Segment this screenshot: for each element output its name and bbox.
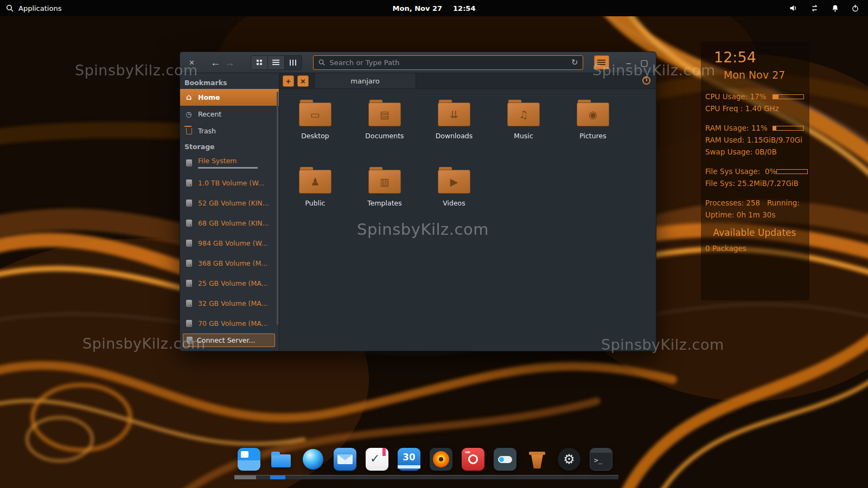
templates-emblem-icon: ▥	[380, 177, 390, 187]
column-view-button[interactable]	[285, 56, 302, 69]
refresh-icon[interactable]: ↻	[571, 57, 578, 67]
conky-cpu-usage: CPU Usage: 17%	[705, 91, 804, 102]
volume-icon[interactable]	[789, 4, 798, 12]
grid-view-icon	[257, 60, 259, 62]
sidebar-item-volume-4[interactable]: 984 GB Volume (W...	[180, 233, 279, 253]
minimize-button[interactable]: –	[622, 59, 635, 67]
sidebar-item-label: Trash	[198, 127, 216, 135]
path-search-bar[interactable]: ↻	[313, 55, 583, 70]
folder-documents[interactable]: ▤ Documents	[354, 100, 415, 167]
music-player-icon[interactable]	[430, 448, 452, 471]
sidebar-item-volume-3[interactable]: 68 GB Volume (KIN...	[180, 213, 279, 233]
public-emblem-icon: ♟	[310, 177, 320, 187]
tasks-icon[interactable]: ✓	[366, 448, 388, 471]
volume-label: 68 GB Volume (KIN...	[198, 219, 269, 227]
conky-swap: Swap Usage: 0B/0B	[705, 146, 804, 158]
screenshot-icon[interactable]	[462, 448, 484, 471]
panel-indicators	[789, 4, 868, 12]
volume-label: 984 GB Volume (W...	[198, 239, 267, 247]
folder-icon: ▥	[368, 167, 401, 194]
cpu-usage-bar	[773, 94, 804, 99]
gear-icon: ⚙	[563, 453, 575, 466]
desktop: Applications Mon, Nov 27 12:54	[0, 0, 868, 488]
sidebar-item-volume-8[interactable]: 70 GB Volume (MA...	[180, 313, 279, 333]
sidebar-item-recent[interactable]: ◷ Recent	[180, 106, 279, 123]
hidden-window-edge[interactable]	[234, 475, 618, 479]
menu-button[interactable]	[594, 55, 610, 69]
panel-time: 12:54	[453, 4, 475, 12]
volume-label: 368 GB Volume (M...	[198, 259, 267, 267]
calendar-day: 30	[398, 452, 420, 463]
home-icon: ⌂	[184, 93, 193, 101]
network-icon[interactable]	[810, 4, 819, 12]
folder-icon: ♟	[299, 167, 331, 194]
sidebar-item-filesystem[interactable]: File System	[180, 153, 279, 173]
notifications-icon[interactable]	[831, 4, 839, 12]
titlebar[interactable]: × ← → ↻ – ▢	[180, 52, 656, 73]
conky-updates-count: 0 Packages	[705, 242, 804, 254]
close-tab-button[interactable]: ×	[297, 75, 309, 87]
folder-downloads[interactable]: ⇊ Downloads	[424, 100, 484, 167]
window-close-button[interactable]: ×	[186, 58, 198, 67]
calendar-icon[interactable]: 30	[398, 448, 420, 471]
folder-label: Documents	[365, 132, 404, 140]
folder-desktop[interactable]: ▭ Desktop	[285, 100, 346, 167]
panel-date: Mon, Nov 27	[393, 4, 443, 12]
sidebar-item-home[interactable]: ⌂ Home	[180, 89, 279, 106]
icon-view-button[interactable]	[251, 56, 268, 69]
music-emblem-icon: ♫	[519, 110, 528, 120]
sidebar-item-trash[interactable]: Trash	[180, 123, 279, 139]
folder-videos[interactable]: ▶ Videos	[424, 167, 484, 234]
folder-label: Desktop	[301, 132, 329, 140]
settings-icon[interactable]: ⚙	[558, 448, 580, 471]
maximize-button[interactable]: ▢	[638, 59, 650, 67]
folder-icon: ▭	[299, 100, 331, 127]
folder-app-icon[interactable]	[270, 448, 292, 471]
folder-templates[interactable]: ▥ Templates	[354, 167, 415, 234]
sidebar-item-volume-1[interactable]: 1.0 TB Volume (W...	[180, 173, 279, 193]
terminal-icon[interactable]: >_	[590, 448, 612, 471]
sidebar-item-volume-6[interactable]: 25 GB Volume (MA...	[180, 273, 279, 293]
sidebar-item-label: Home	[198, 93, 220, 101]
trash-dock-icon[interactable]	[526, 448, 548, 471]
drive-icon	[186, 179, 192, 187]
mail-icon[interactable]	[334, 448, 356, 471]
panel-clock[interactable]: Mon, Nov 27 12:54	[393, 4, 476, 12]
conky-ram-used: RAM Used: 1.15GiB/9.70Gi	[705, 134, 804, 146]
sidebar-item-label: Recent	[198, 110, 221, 118]
downloads-emblem-icon: ⇊	[450, 110, 458, 120]
sidebar-item-volume-7[interactable]: 32 GB Volume (MA...	[180, 293, 279, 313]
bookmarks-header: Bookmarks	[180, 75, 279, 89]
folder-music[interactable]: ♫ Music	[493, 100, 554, 167]
folder-label: Templates	[367, 199, 402, 207]
conky-fs: File Sys: 25.2MiB/7.27GiB	[705, 177, 804, 189]
connect-server-button[interactable]: Connect Server...	[183, 333, 275, 347]
toggle-app-icon[interactable]	[494, 448, 516, 471]
tab-manjaro[interactable]: manjaro	[314, 73, 416, 88]
back-button[interactable]: ←	[210, 57, 221, 68]
volume-label: 70 GB Volume (MA...	[198, 319, 268, 328]
list-view-button[interactable]	[268, 56, 285, 69]
top-panel: Applications Mon, Nov 27 12:54	[0, 0, 868, 16]
new-tab-button[interactable]: +	[283, 75, 294, 87]
browser-icon[interactable]	[302, 448, 324, 471]
power-icon[interactable]	[851, 4, 859, 12]
applications-menu[interactable]: Applications	[0, 4, 61, 12]
folder-public[interactable]: ♟ Public	[285, 167, 346, 234]
sidebar-item-volume-5[interactable]: 368 GB Volume (M...	[180, 253, 279, 273]
applications-label: Applications	[18, 4, 61, 12]
view-toggle-group	[251, 55, 302, 70]
operations-progress-icon[interactable]	[642, 76, 650, 85]
folder-icon: ◉	[577, 100, 609, 127]
conky-fs-usage: File Sys Usage: 0%	[705, 165, 804, 177]
drive-icon	[186, 280, 192, 287]
files-app-icon[interactable]	[238, 448, 260, 471]
folder-pictures[interactable]: ◉ Pictures	[563, 100, 623, 167]
sidebar-item-volume-2[interactable]: 52 GB Volume (KIN...	[180, 193, 279, 213]
drive-icon	[186, 220, 192, 227]
prompt-icon: >_	[594, 456, 603, 464]
search-input[interactable]	[329, 58, 568, 67]
forward-button[interactable]: →	[224, 57, 235, 68]
sidebar-scrollbar[interactable]	[277, 92, 278, 325]
conky-uptime: Uptime: 0h 1m 30s	[705, 209, 804, 221]
